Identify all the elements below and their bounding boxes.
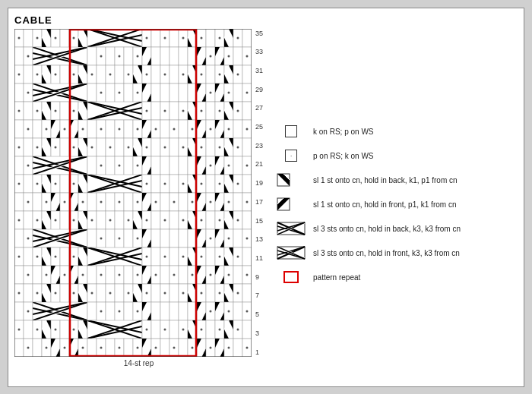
- cable-front-1-icon: [277, 197, 306, 211]
- chart-area: 1 3 5 7 9 11 13 15 17 19 21 23 25 27 29 …: [14, 29, 263, 380]
- chart-wrapper: 1 3 5 7 9 11 13 15 17 19 21 23 25 27 29 …: [14, 29, 263, 357]
- legend-symbol-cable-f3: [277, 246, 306, 260]
- legend-item-k-rs: k on RS; p on WS: [277, 125, 518, 138]
- cable-back-3-icon: [277, 222, 306, 235]
- grid-container: [14, 29, 252, 357]
- pattern-repeat-icon: [283, 271, 299, 283]
- legend-item-cable-b3: sl 3 sts onto cn, hold in back, k3, k3 f…: [277, 222, 518, 235]
- legend-symbol-dot: ·: [277, 149, 306, 162]
- legend-item-p-rs: · p on RS; k on WS: [277, 149, 518, 162]
- dot-box-icon: ·: [285, 150, 297, 162]
- legend-symbol-cable-f1: [277, 197, 306, 211]
- legend-text-cable-b3: sl 3 sts onto cn, hold in back, k3, k3 f…: [313, 225, 461, 233]
- legend-item-pattern-repeat: pattern repeat: [277, 270, 518, 284]
- cable-front-3-icon: [277, 246, 306, 260]
- legend-text-cable-b1: sl 1 st onto cn, hold in back, k1, p1 fr…: [313, 176, 458, 184]
- cable-back-1-icon: [277, 173, 306, 187]
- legend-symbol-cable-b1: [277, 173, 306, 187]
- legend-text-pattern-repeat: pattern repeat: [313, 273, 360, 282]
- legend-item-cable-f1: sl 1 st onto cn, hold in front, p1, k1 f…: [277, 197, 518, 211]
- empty-box-icon: [285, 125, 297, 137]
- legend-symbol-pattern-repeat: [277, 270, 306, 284]
- legend-item-cable-f3: sl 3 sts onto cn, hold in front, k3, k3 …: [277, 246, 518, 260]
- row-numbers: 1 3 5 7 9 11 13 15 17 19 21 23 25 27 29 …: [253, 29, 263, 357]
- legend: k on RS; p on WS · p on RS; k on WS sl 1…: [269, 29, 518, 380]
- chart-title: CABLE: [14, 14, 518, 26]
- main-content: 1 3 5 7 9 11 13 15 17 19 21 23 25 27 29 …: [14, 29, 518, 380]
- legend-symbol-empty: [277, 125, 306, 138]
- legend-text-p-rs: p on RS; k on WS: [313, 152, 373, 160]
- legend-text-cable-f1: sl 1 st onto cn, hold in front, p1, k1 f…: [313, 200, 456, 209]
- legend-item-cable-b1: sl 1 st onto cn, hold in back, k1, p1 fr…: [277, 173, 518, 187]
- legend-text-cable-f3: sl 3 sts onto cn, hold in front, k3, k3 …: [313, 249, 460, 257]
- rep-label: 14-st rep: [124, 359, 154, 367]
- main-card: CABLE 1 3 5 7 9 11 13 15 17 19 21: [8, 8, 524, 387]
- legend-text-k-rs: k on RS; p on WS: [313, 128, 373, 136]
- legend-symbol-cable-b3: [277, 222, 306, 235]
